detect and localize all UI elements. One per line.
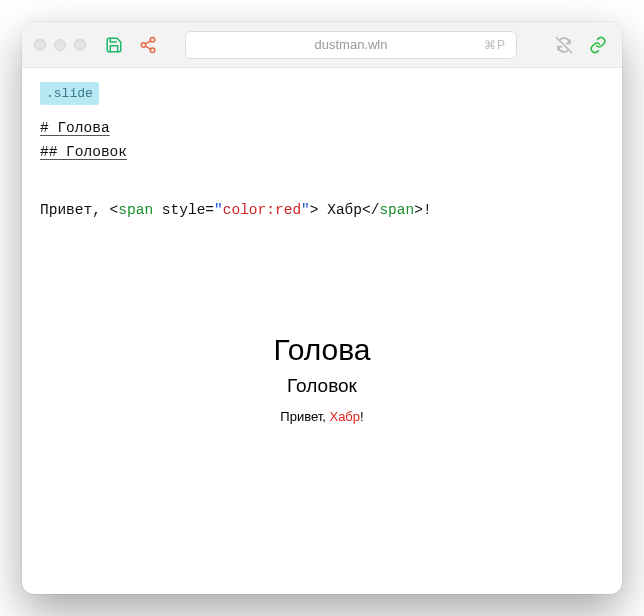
filename-field[interactable]: dustman.wln ⌘P <box>185 31 517 59</box>
heading1-source: # Голова <box>40 117 604 141</box>
sync-off-icon <box>554 35 574 55</box>
link-icon <box>589 36 607 54</box>
close-dot[interactable] <box>34 39 46 51</box>
minimize-dot[interactable] <box>54 39 66 51</box>
preview-pane: Голова Головок Привет, Хабр! <box>22 233 622 594</box>
traffic-lights <box>34 39 86 51</box>
filename-label: dustman.wln <box>315 37 388 52</box>
html-source-line: Привет, <span style="color:red"> Хабр</s… <box>40 199 604 223</box>
preview-paragraph: Привет, Хабр! <box>280 409 363 424</box>
app-window: dustman.wln ⌘P <box>22 22 622 594</box>
source-editor[interactable]: .slide # Голова ## Головок Привет, <span… <box>22 68 622 233</box>
content-area: .slide # Голова ## Головок Привет, <span… <box>22 68 622 594</box>
slide-tag: .slide <box>40 82 99 105</box>
titlebar: dustman.wln ⌘P <box>22 22 622 68</box>
share-button[interactable] <box>136 33 160 57</box>
svg-line-4 <box>145 40 150 43</box>
preview-red-span: Хабр <box>329 409 360 424</box>
save-icon <box>105 36 123 54</box>
share-icon <box>139 36 157 54</box>
preview-heading1: Голова <box>273 333 370 367</box>
heading2-source: ## Головок <box>40 141 604 165</box>
shortcut-hint: ⌘P <box>484 38 506 52</box>
sync-off-button[interactable] <box>552 33 576 57</box>
svg-line-3 <box>145 46 150 49</box>
link-button[interactable] <box>586 33 610 57</box>
zoom-dot[interactable] <box>74 39 86 51</box>
save-button[interactable] <box>102 33 126 57</box>
preview-heading2: Головок <box>287 375 357 397</box>
